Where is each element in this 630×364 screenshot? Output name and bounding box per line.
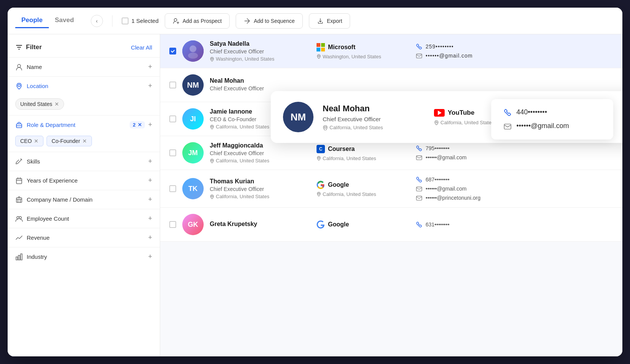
remove-location-us[interactable]: ✕ [55, 101, 59, 107]
thomas-checkbox[interactable] [169, 185, 176, 192]
satya-contact: 259•••••••• ••••••@gmail.com [400, 43, 613, 59]
svg-point-18 [436, 121, 437, 123]
greta-contact: 631•••••••• [400, 221, 613, 228]
thomas-avatar: TK [182, 178, 204, 199]
briefcase-icon [15, 121, 23, 129]
role-tag-ceo: CEO ✕ [15, 136, 43, 146]
filter-item-company[interactable]: Company Name / Domain + [8, 190, 160, 209]
thomas-co-loc-icon [317, 192, 321, 196]
company-filter-expand[interactable]: + [148, 196, 152, 204]
greta-phone-icon [416, 221, 423, 228]
jamie-checkbox[interactable] [169, 115, 176, 122]
collapse-sidebar-button[interactable]: ‹ [91, 15, 103, 27]
satya-info: Satya Nadella Chief Executive Officer Wa… [210, 40, 301, 62]
filter-header: Filter Clear All [8, 40, 160, 57]
role-tags: CEO ✕ Co-Founder ✕ [8, 134, 160, 152]
add-prospect-button[interactable]: Add as Prospect [165, 13, 230, 29]
filter-item-role[interactable]: Role & Department 2 ✕ + [8, 115, 160, 134]
svg-rect-9 [18, 255, 20, 260]
satya-company-loc-icon [317, 54, 321, 59]
jeff-info: Jeff Maggioncalda Chief Executive Office… [210, 142, 301, 164]
thomas-phone-icon [416, 176, 423, 183]
export-button[interactable]: Export [309, 13, 350, 29]
location-tags: United States ✕ [8, 95, 160, 115]
svg-rect-8 [16, 257, 18, 260]
jeff-avatar: JM [182, 142, 204, 164]
role-tag-cofounder: Co-Founder ✕ [47, 136, 92, 146]
svg-point-25 [318, 157, 320, 159]
selected-count: 1 Selected [122, 18, 159, 24]
main-layout: Filter Clear All Name + [8, 34, 622, 356]
yt-company-loc-icon [434, 120, 439, 125]
tabs: People Saved [15, 13, 80, 28]
person-row-satya[interactable]: Satya Nadella Chief Executive Officer Wa… [160, 34, 622, 68]
filter-item-employee[interactable]: Employee Count + [8, 209, 160, 228]
remove-role-cofounder[interactable]: ✕ [82, 138, 87, 144]
divider [112, 15, 112, 27]
filter-item-location[interactable]: Location + [8, 76, 160, 95]
jeff-co-loc-icon [317, 156, 321, 160]
industry-filter-expand[interactable]: + [148, 253, 152, 261]
neal-info: Neal Mohan Chief Executive Officer [210, 77, 301, 93]
sequence-icon [244, 18, 251, 24]
tab-saved[interactable]: Saved [49, 13, 80, 28]
name-filter-expand[interactable]: + [148, 63, 152, 71]
neal-checkbox[interactable] [169, 82, 176, 88]
location-filter-expand[interactable]: + [148, 82, 152, 90]
expanded-neal-info: Neal Mohan Chief Executive Officer Calif… [323, 104, 422, 130]
sidebar: Filter Clear All Name + [8, 34, 160, 356]
jamie-avatar: JI [182, 108, 204, 130]
person-row-greta[interactable]: GK Greta Krupetsky Google [160, 208, 622, 242]
employee-filter-expand[interactable]: + [148, 215, 152, 223]
svg-point-12 [190, 45, 196, 52]
greta-avatar: GK [182, 214, 204, 235]
neal-expanded-section: NM Neal Mohan Chief Executive Officer NM… [160, 68, 622, 102]
jeff-email-icon [416, 154, 423, 161]
svg-rect-4 [16, 178, 22, 184]
neal-avatar: NM [182, 74, 204, 96]
svg-point-21 [211, 126, 213, 127]
svg-point-0 [174, 18, 177, 21]
svg-point-13 [188, 53, 198, 59]
tab-people[interactable]: People [15, 13, 49, 28]
skills-filter-expand[interactable]: + [148, 157, 152, 165]
role-filter-expand[interactable]: + [148, 121, 152, 129]
thomas-contact: 687•••••••• ••••••@gmail.com ••••••@prin… [400, 176, 613, 201]
popup-email-icon [503, 122, 512, 130]
filter-item-skills[interactable]: Skills + [8, 152, 160, 171]
contact-popup: 440•••••••• ••••••@gmail.com [491, 99, 613, 140]
industry-icon [15, 253, 23, 261]
person-row-thomas[interactable]: TK Thomas Kurian Chief Executive Officer… [160, 170, 622, 208]
greta-checkbox[interactable] [169, 221, 176, 228]
jeff-company: C Coursera California, United States [301, 145, 400, 161]
google-logo-greta [317, 220, 325, 229]
role-filter-badge: 2 ✕ [130, 121, 145, 128]
location-tag-us: United States ✕ [15, 98, 64, 110]
employee-icon [15, 215, 23, 223]
experience-filter-expand[interactable]: + [148, 176, 152, 184]
filter-item-experience[interactable]: Years of Experience + [8, 171, 160, 190]
svg-rect-26 [416, 156, 422, 160]
greta-company: Google [301, 220, 400, 229]
satya-company: Microsoft Washington, United States [301, 43, 400, 59]
svg-point-6 [17, 216, 19, 219]
revenue-filter-expand[interactable]: + [148, 234, 152, 242]
add-sequence-button[interactable]: Add to Sequence [236, 13, 302, 29]
email-icon-satya [416, 52, 423, 59]
jeff-checkbox[interactable] [169, 149, 176, 156]
jeff-phone-icon [416, 145, 423, 152]
remove-role-ceo[interactable]: ✕ [34, 138, 39, 144]
clear-all-button[interactable]: Clear All [131, 44, 152, 51]
svg-point-2 [18, 84, 20, 87]
badge-x[interactable]: ✕ [138, 122, 142, 128]
svg-point-1 [18, 64, 21, 67]
filter-item-industry[interactable]: Industry + [8, 247, 160, 266]
calendar-icon [15, 177, 23, 184]
thomas-email2-icon [416, 194, 423, 201]
satya-checkbox[interactable] [169, 48, 176, 55]
select-all-checkbox[interactable] [122, 18, 129, 24]
svg-rect-23 [504, 124, 511, 129]
svg-point-17 [325, 126, 326, 128]
filter-item-revenue[interactable]: Revenue + [8, 228, 160, 247]
filter-item-name[interactable]: Name + [8, 57, 160, 76]
